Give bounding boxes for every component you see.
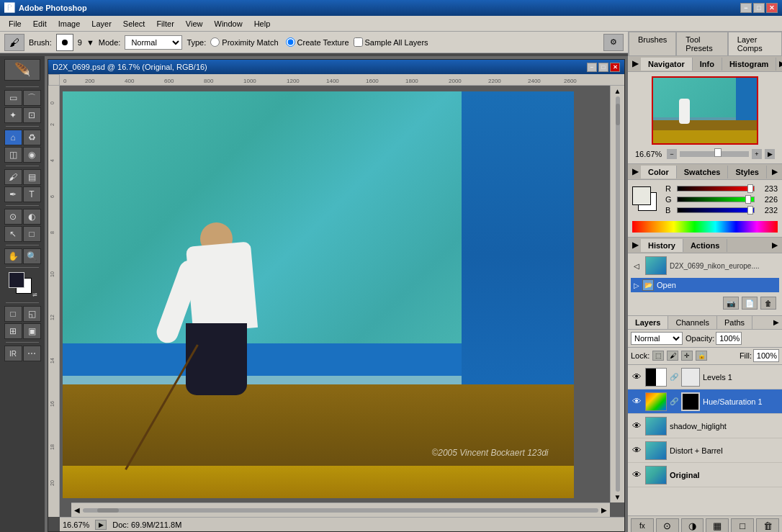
layers-collapse-btn[interactable]: ▶ xyxy=(770,316,782,329)
scroll-thumb-v[interactable] xyxy=(616,104,620,125)
tool-presets-tab[interactable]: Tool Presets xyxy=(676,32,727,55)
zoom-thumb[interactable] xyxy=(714,148,722,157)
layer-vis-distort[interactable]: 👁 xyxy=(631,445,642,456)
sample-all-checkbox-label[interactable]: Sample All Layers xyxy=(354,37,428,47)
menu-help[interactable]: Help xyxy=(248,18,277,30)
gradient-tool[interactable]: ▤ xyxy=(23,169,41,185)
history-back-btn[interactable]: ◁ xyxy=(631,260,642,271)
layer-vis-huesat1[interactable]: 👁 xyxy=(631,396,642,407)
history-header-collapse[interactable]: ▶ xyxy=(632,240,638,250)
navigator-collapse-btn[interactable]: ▶ xyxy=(779,60,782,68)
scroll-track-v[interactable] xyxy=(616,96,620,492)
menu-file[interactable]: File xyxy=(3,18,27,30)
opacity-input[interactable] xyxy=(716,332,742,345)
burn-tool[interactable]: ◐ xyxy=(23,209,41,225)
proximity-match-radio[interactable]: Proximity Match xyxy=(210,37,278,47)
scroll-left-btn[interactable]: ◀ xyxy=(74,506,80,514)
zoom-click-btn[interactable]: ▶ xyxy=(95,520,107,530)
menu-filter[interactable]: Filter xyxy=(150,18,179,30)
path-select-tool[interactable]: ↖ xyxy=(4,226,22,242)
lasso-tool[interactable]: ⌒ xyxy=(23,90,41,106)
menu-view[interactable]: View xyxy=(180,18,209,30)
scroll-thumb-h[interactable] xyxy=(97,508,119,513)
g-slider-bar[interactable] xyxy=(677,197,755,202)
layer-item-shadow[interactable]: 👁 shadow_higlight xyxy=(628,414,782,438)
vertical-scrollbar[interactable]: ▲ ▼ xyxy=(610,86,624,502)
magic-wand-tool[interactable]: ✦ xyxy=(4,107,22,123)
mode-dropdown[interactable]: Normal Dissolve Multiply xyxy=(125,35,182,50)
texture-radio-input[interactable] xyxy=(286,37,295,47)
sample-all-checkbox[interactable] xyxy=(354,37,363,47)
healing-brush-tool[interactable]: ⌂ xyxy=(4,130,22,145)
lock-position-btn[interactable]: ✛ xyxy=(681,351,693,361)
histogram-tab[interactable]: Histogram xyxy=(722,58,776,71)
layers-tab[interactable]: Layers xyxy=(628,316,668,329)
nav-zoom-in-btn[interactable]: + xyxy=(752,149,762,159)
b-slider-thumb[interactable] xyxy=(747,206,753,215)
layer-item-distort[interactable]: 👁 Distort + Barrel xyxy=(628,438,782,463)
screen-mode-btn[interactable]: ▣ xyxy=(23,323,41,339)
navigator-header-collapse[interactable]: ▶ xyxy=(632,59,638,68)
actions-tab[interactable]: Actions xyxy=(683,239,727,252)
maximize-button[interactable]: □ xyxy=(753,3,765,13)
create-texture-radio[interactable]: Create Texture xyxy=(286,37,349,47)
nav-extra-btn[interactable]: ▶ xyxy=(765,149,775,159)
swap-colors-icon[interactable]: ⇌ xyxy=(32,292,37,298)
history-new-snapshot-btn[interactable]: 📷 xyxy=(723,297,739,310)
history-new-document-btn[interactable]: 📄 xyxy=(742,297,758,310)
blur-tool[interactable]: ◉ xyxy=(23,147,41,163)
lock-all-btn[interactable]: 🔒 xyxy=(696,351,707,361)
doc-minimize-btn[interactable]: − xyxy=(587,63,597,72)
clone-stamp-tool[interactable]: ♻ xyxy=(23,130,41,145)
fg-color-swatch[interactable] xyxy=(9,272,24,288)
brushes-tab[interactable]: Brushes xyxy=(629,32,676,55)
hand-tool[interactable]: ✋ xyxy=(4,248,22,264)
fill-input[interactable] xyxy=(753,349,779,362)
doc-maximize-btn[interactable]: □ xyxy=(598,63,608,72)
standard-mode-btn[interactable]: □ xyxy=(4,306,22,322)
menu-image[interactable]: Image xyxy=(53,18,86,30)
history-delete-btn[interactable]: 🗑 xyxy=(760,297,776,310)
new-layer-btn[interactable]: □ xyxy=(731,518,754,532)
g-slider-thumb[interactable] xyxy=(745,195,751,204)
layer-item-original[interactable]: 👁 Original xyxy=(628,463,782,487)
menu-window[interactable]: Window xyxy=(209,18,248,30)
extra-btn[interactable]: ⋯ xyxy=(23,346,41,361)
b-slider-track[interactable] xyxy=(677,207,755,213)
proximity-radio-input[interactable] xyxy=(210,37,220,47)
paths-tab[interactable]: Paths xyxy=(717,316,752,329)
type-tool[interactable]: T xyxy=(23,186,41,202)
options-extra-btn[interactable]: ⚙ xyxy=(603,34,624,51)
layer-group-btn[interactable]: ▦ xyxy=(706,518,729,532)
channels-tab[interactable]: Channels xyxy=(668,316,716,329)
navigator-tab[interactable]: Navigator xyxy=(641,58,693,71)
lock-pixels-btn[interactable]: 🖌 xyxy=(667,351,678,361)
r-slider-bar[interactable] xyxy=(677,186,755,191)
image-canvas[interactable]: ©2005 Vincent Bockaert 123di ◀ ▶ ▲ xyxy=(60,86,624,517)
layer-vis-levels1[interactable]: 👁 xyxy=(631,371,642,383)
layer-vis-shadow[interactable]: 👁 xyxy=(631,420,642,432)
quickmask-mode-btn[interactable]: ◱ xyxy=(23,306,41,322)
styles-tab[interactable]: Styles xyxy=(728,166,766,179)
r-slider-thumb[interactable] xyxy=(747,184,753,193)
scroll-up-btn[interactable]: ▲ xyxy=(614,87,621,95)
nav-preview[interactable] xyxy=(652,76,758,145)
marquee-tool[interactable]: ▭ xyxy=(4,90,22,106)
history-tab[interactable]: History xyxy=(641,239,683,252)
layer-item-huesat1[interactable]: 👁 🔗 Hue/Saturation 1 xyxy=(628,389,782,414)
r-slider-track[interactable] xyxy=(677,186,755,191)
fullscreen-btn[interactable]: ⊞ xyxy=(4,323,22,339)
scroll-track-h[interactable] xyxy=(83,508,598,513)
history-item-open[interactable]: ▷ 📂 Open xyxy=(631,278,779,292)
dodge-tool[interactable]: ⊙ xyxy=(4,209,22,225)
horizontal-scrollbar[interactable]: ◀ ▶ xyxy=(71,502,610,517)
layer-styles-btn[interactable]: fx xyxy=(631,518,654,532)
menu-select[interactable]: Select xyxy=(117,18,151,30)
menu-edit[interactable]: Edit xyxy=(27,18,53,30)
brush-preview[interactable] xyxy=(56,34,73,51)
layer-vis-original[interactable]: 👁 xyxy=(631,469,642,481)
imageready-btn[interactable]: IR xyxy=(4,346,22,361)
minimize-button[interactable]: − xyxy=(740,3,752,13)
color-header-collapse[interactable]: ▶ xyxy=(632,167,638,176)
eraser-tool[interactable]: ◫ xyxy=(4,147,22,163)
